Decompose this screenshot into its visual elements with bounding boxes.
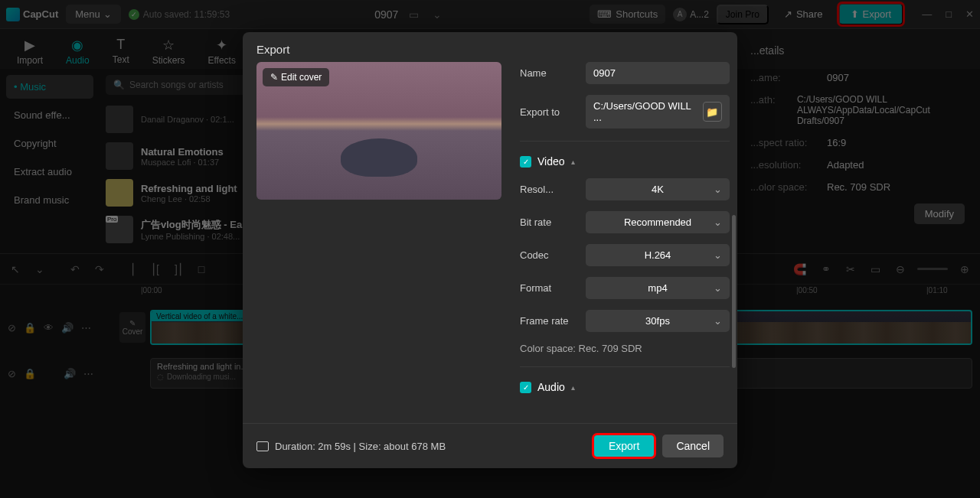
folder-icon[interactable]: 📁 [703,102,722,122]
checkbox-icon[interactable]: ✓ [520,382,531,393]
cover-preview: ✎Edit cover [256,62,501,200]
edit-cover-button[interactable]: ✎Edit cover [263,68,329,86]
colorspace-info: Color space: Rec. 709 SDR [520,343,730,354]
scrollbar[interactable] [732,215,736,368]
video-section-header[interactable]: ✓ Video ▴ [520,155,730,168]
framerate-select[interactable]: 30fps [586,310,730,332]
cancel-button[interactable]: Cancel [662,435,724,457]
duration-info: Duration: 2m 59s | Size: about 678 MB [256,441,586,452]
name-input[interactable] [586,62,730,84]
exportto-label: Export to [520,106,578,118]
modal-overlay: Export ✎Edit cover Name Export to C:/Use… [0,0,980,498]
export-dialog: Export ✎Edit cover Name Export to C:/Use… [243,32,737,468]
bitrate-select[interactable]: Recommended [586,211,730,233]
checkbox-icon[interactable]: ✓ [520,156,531,168]
format-select[interactable]: mp4 [586,277,730,299]
audio-section-header[interactable]: ✓ Audio ▴ [520,381,730,393]
chevron-up-icon: ▴ [571,383,575,392]
exportto-field[interactable]: C:/Users/GOOD WILL ... 📁 [586,95,730,129]
export-confirm-button[interactable]: Export [593,435,655,457]
chevron-up-icon: ▴ [571,158,575,166]
pencil-icon: ✎ [270,72,278,83]
film-icon [256,441,269,451]
name-label: Name [520,67,578,79]
dialog-title: Export [243,32,737,62]
codec-select[interactable]: H.264 [586,244,730,266]
resolution-select[interactable]: 4K [586,178,730,200]
